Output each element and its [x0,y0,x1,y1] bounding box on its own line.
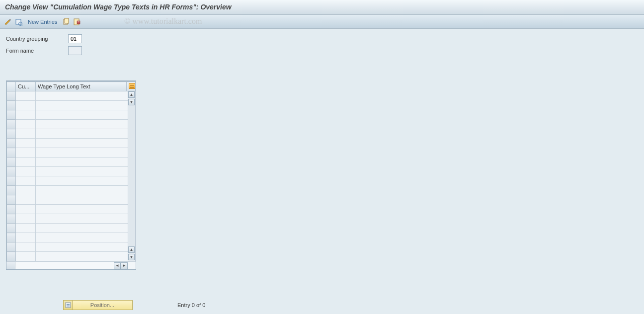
scroll-right-icon[interactable]: ► [121,262,128,269]
scroll-up-icon[interactable]: ▲ [128,91,135,98]
table-row[interactable] [7,195,136,205]
table-row[interactable] [7,129,136,139]
form-name-label: Form name [6,48,68,54]
row-selector[interactable] [7,139,16,148]
row-selector[interactable] [7,101,16,110]
cell-wage-type[interactable] [36,195,136,205]
row-selector[interactable] [7,176,16,186]
new-entries-button[interactable]: New Entries [26,19,59,25]
table-row[interactable] [7,233,136,242]
cell-wage-type[interactable] [36,176,136,186]
cell-wage-type[interactable] [36,157,136,167]
row-selector[interactable] [7,157,16,167]
table-row[interactable] [7,139,136,148]
row-selector[interactable] [7,120,16,129]
cell-wage-type[interactable] [36,110,136,120]
table-row[interactable] [7,91,136,101]
svg-rect-9 [67,304,70,305]
row-selector[interactable] [7,195,16,205]
country-grouping-field[interactable] [68,34,82,43]
row-selector[interactable] [7,167,16,176]
cell-wage-type[interactable] [36,129,136,139]
cell-cu[interactable] [16,129,36,139]
cell-cu[interactable] [16,110,36,120]
form-name-row: Form name [6,46,638,56]
cell-wage-type[interactable] [36,233,136,242]
cell-cu[interactable] [16,139,36,148]
cell-wage-type[interactable] [36,120,136,129]
cell-wage-type[interactable] [36,139,136,148]
cell-cu[interactable] [16,101,36,110]
row-selector[interactable] [7,91,16,101]
row-selector[interactable] [7,224,16,233]
cell-wage-type[interactable] [36,186,136,195]
row-selector[interactable] [7,148,16,157]
hscroll-track[interactable] [15,262,114,269]
cell-wage-type[interactable] [36,252,136,261]
row-selector[interactable] [7,214,16,224]
table-container: Cu... Wage Type Long Text ▲ ▼ ▲ ▼ ◄ ► [6,80,136,270]
configure-columns-icon[interactable] [129,83,136,89]
cell-cu[interactable] [16,176,36,186]
delete-icon[interactable] [73,18,81,26]
watermark: © www.tutorialkart.com [124,17,202,26]
table-row[interactable] [7,186,136,195]
cell-cu[interactable] [16,167,36,176]
cell-cu[interactable] [16,195,36,205]
column-cu[interactable]: Cu... [16,82,36,91]
cell-cu[interactable] [16,214,36,224]
row-selector[interactable] [7,205,16,214]
cell-wage-type[interactable] [36,101,136,110]
entry-count-text: Entry 0 of 0 [177,302,205,308]
table-configure-header[interactable] [127,82,136,91]
table-row[interactable] [7,120,136,129]
cell-wage-type[interactable] [36,205,136,214]
select-all-icon[interactable] [15,18,23,26]
table-row[interactable] [7,252,136,261]
table-row[interactable] [7,205,136,214]
svg-rect-0 [16,19,21,24]
scroll-up2-icon[interactable]: ▲ [128,246,135,253]
cell-cu[interactable] [16,252,36,261]
table-row[interactable] [7,157,136,167]
scroll-down-icon[interactable]: ▼ [128,99,135,105]
cell-cu[interactable] [16,120,36,129]
scroll-down2-icon[interactable]: ▼ [128,254,135,260]
select-all-header[interactable] [7,82,16,91]
table-row[interactable] [7,148,136,157]
row-selector[interactable] [7,129,16,139]
table-row[interactable] [7,224,136,233]
cell-cu[interactable] [16,148,36,157]
table-row[interactable] [7,167,136,176]
cell-cu[interactable] [16,91,36,101]
table-row[interactable] [7,242,136,252]
cell-wage-type[interactable] [36,242,136,252]
row-selector[interactable] [7,186,16,195]
row-selector[interactable] [7,233,16,242]
cell-wage-type[interactable] [36,167,136,176]
scroll-left-icon[interactable]: ◄ [114,262,121,269]
table-row[interactable] [7,101,136,110]
cell-wage-type[interactable] [36,148,136,157]
cell-wage-type[interactable] [36,214,136,224]
position-button[interactable]: Position... [63,300,133,310]
table-row[interactable] [7,110,136,120]
row-selector[interactable] [7,110,16,120]
table-row[interactable] [7,176,136,186]
cell-cu[interactable] [16,205,36,214]
cell-cu[interactable] [16,157,36,167]
table-row[interactable] [7,214,136,224]
table-horizontal-scrollbar[interactable]: ◄ ► [6,261,136,269]
copy-icon[interactable] [62,18,70,26]
change-icon[interactable] [4,18,12,26]
cell-cu[interactable] [16,242,36,252]
row-selector[interactable] [7,242,16,252]
cell-cu[interactable] [16,224,36,233]
cell-cu[interactable] [16,233,36,242]
row-selector[interactable] [7,252,16,261]
column-wage-type[interactable]: Wage Type Long Text [36,82,127,91]
cell-cu[interactable] [16,186,36,195]
cell-wage-type[interactable] [36,224,136,233]
table-vertical-scrollbar[interactable]: ▲ ▼ ▲ ▼ [128,91,135,260]
cell-wage-type[interactable] [36,91,136,101]
